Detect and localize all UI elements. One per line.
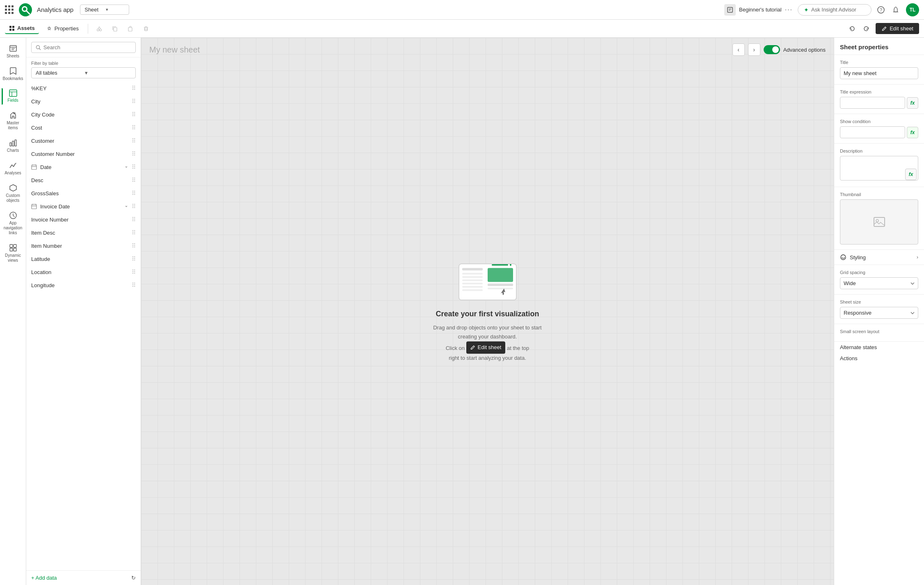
paste-button[interactable] bbox=[124, 23, 137, 35]
desc-fx-button[interactable]: fx bbox=[905, 169, 917, 180]
field-item-desc[interactable]: Desc ⠿ bbox=[26, 174, 141, 187]
assets-tab[interactable]: Assets bbox=[5, 23, 39, 34]
field-item-city-code[interactable]: City Code ⠿ bbox=[26, 108, 141, 121]
next-arrow-button[interactable]: › bbox=[748, 43, 760, 56]
field-item-date[interactable]: Date ⠿ bbox=[26, 160, 141, 174]
sheet-selector[interactable]: Sheet ▾ bbox=[80, 5, 129, 15]
svg-rect-29 bbox=[12, 141, 14, 146]
redo-button[interactable] bbox=[860, 23, 872, 35]
properties-tab[interactable]: Properties bbox=[42, 23, 83, 34]
styling-icon bbox=[840, 254, 846, 261]
cut-button[interactable] bbox=[93, 23, 105, 35]
alternate-states-item[interactable]: Alternate states bbox=[834, 342, 924, 353]
search-input[interactable] bbox=[43, 44, 131, 50]
calendar-icon bbox=[31, 164, 37, 170]
sheet-size-chevron-icon bbox=[910, 312, 915, 314]
qlik-logo[interactable] bbox=[19, 3, 32, 16]
show-cond-input[interactable] bbox=[840, 126, 905, 138]
title-input[interactable] bbox=[840, 67, 918, 79]
title-expr-input[interactable] bbox=[840, 97, 905, 109]
field-item-key[interactable]: %KEY ⠿ bbox=[26, 82, 141, 95]
toolbar: Assets Properties Edit sheet bbox=[0, 20, 924, 38]
field-name: Item Desc bbox=[31, 230, 128, 236]
copy-button[interactable] bbox=[109, 23, 121, 35]
grid-spacing-select[interactable]: Wide bbox=[840, 277, 918, 289]
filter-select[interactable]: All tables ▾ bbox=[31, 67, 136, 78]
actions-item[interactable]: Actions bbox=[834, 353, 924, 364]
svg-point-63 bbox=[841, 255, 846, 260]
prev-arrow-button[interactable]: ‹ bbox=[732, 43, 745, 56]
field-name: Latitude bbox=[31, 256, 128, 262]
advanced-toggle-switch[interactable] bbox=[764, 45, 780, 54]
chevron-down-icon: ▾ bbox=[106, 7, 125, 12]
field-item-customer-number[interactable]: Customer Number ⠿ bbox=[26, 147, 141, 160]
svg-point-2 bbox=[23, 7, 26, 11]
svg-rect-44 bbox=[32, 204, 37, 209]
thumbnail-area[interactable] bbox=[840, 199, 918, 245]
sidebar-item-sheets[interactable]: Sheets bbox=[2, 41, 25, 62]
help-icon[interactable]: ? bbox=[876, 5, 885, 14]
title-expression-section: Title expression fx bbox=[834, 85, 924, 114]
title-expr-fx-button[interactable]: fx bbox=[907, 97, 918, 109]
canvas-header: My new sheet ‹ › Advanced options bbox=[149, 43, 826, 56]
delete-button[interactable] bbox=[140, 23, 152, 35]
show-condition-section: Show condition fx bbox=[834, 114, 924, 144]
viz-illustration bbox=[455, 260, 520, 305]
sheet-properties-title: Sheet properties bbox=[840, 43, 918, 50]
sidebar-item-custom-objects[interactable]: Custom objects bbox=[2, 181, 25, 206]
drag-icon: ⠿ bbox=[132, 190, 136, 197]
sidebar-item-master-items[interactable]: Master items bbox=[2, 108, 25, 134]
add-data-label[interactable]: + Add data bbox=[31, 575, 57, 581]
sidebar-item-analyses[interactable]: Analyses bbox=[2, 158, 25, 179]
svg-rect-59 bbox=[492, 264, 508, 265]
drag-icon: ⠿ bbox=[132, 85, 136, 91]
edit-sheet-button[interactable]: Edit sheet bbox=[876, 23, 919, 34]
more-options-button[interactable]: ··· bbox=[785, 6, 793, 14]
svg-rect-40 bbox=[32, 165, 37, 169]
field-item-item-desc[interactable]: Item Desc ⠿ bbox=[26, 226, 141, 239]
sheet-title: My new sheet bbox=[149, 45, 200, 55]
notifications-icon[interactable] bbox=[891, 5, 900, 14]
field-item-latitude[interactable]: Latitude ⠿ bbox=[26, 252, 141, 265]
left-sidebar: Sheets Bookmarks Fields Master items bbox=[0, 38, 26, 585]
field-item-longitude[interactable]: Longitude ⠿ bbox=[26, 279, 141, 292]
field-item-city[interactable]: City ⠿ bbox=[26, 95, 141, 108]
click-on-text: Click on bbox=[446, 345, 465, 352]
filter-value: All tables bbox=[36, 70, 82, 76]
field-item-item-number[interactable]: Item Number ⠿ bbox=[26, 239, 141, 252]
field-item-location[interactable]: Location ⠿ bbox=[26, 265, 141, 279]
styling-label: Styling bbox=[850, 254, 866, 261]
sidebar-item-wrapper-analyses: Analyses bbox=[2, 158, 25, 179]
field-item-invoice-number[interactable]: Invoice Number ⠿ bbox=[26, 213, 141, 226]
search-wrap[interactable] bbox=[31, 42, 136, 53]
edit-sheet-inline-button[interactable]: Edit sheet bbox=[466, 342, 506, 354]
svg-point-38 bbox=[36, 45, 39, 48]
insight-advisor[interactable]: ✦ Ask Insight Advisor bbox=[798, 4, 872, 16]
sidebar-item-wrapper-bookmarks: Bookmarks bbox=[2, 64, 25, 85]
sheet-size-value: Responsive bbox=[844, 310, 909, 316]
svg-rect-10 bbox=[9, 26, 11, 28]
sidebar-item-bookmarks[interactable]: Bookmarks bbox=[2, 64, 25, 85]
sidebar-item-app-nav[interactable]: App navigation links bbox=[2, 208, 25, 239]
sidebar-item-charts[interactable]: Charts bbox=[2, 135, 25, 156]
sidebar-item-dynamic-views[interactable]: Dynamic views bbox=[2, 240, 25, 266]
app-grid-icon[interactable] bbox=[5, 5, 14, 14]
sidebar-item-wrapper-custom: Custom objects bbox=[2, 181, 25, 206]
drag-icon: ⠿ bbox=[132, 164, 136, 170]
app-nav-label: App navigation links bbox=[4, 221, 23, 235]
field-name: Cost bbox=[31, 125, 128, 131]
undo-button[interactable] bbox=[846, 23, 858, 35]
drag-icon: ⠿ bbox=[132, 256, 136, 262]
svg-rect-57 bbox=[488, 283, 513, 286]
avatar[interactable]: TL bbox=[906, 3, 919, 16]
reload-button[interactable]: ↻ bbox=[131, 575, 136, 581]
field-item-customer[interactable]: Customer ⠿ bbox=[26, 134, 141, 147]
field-name: Customer Number bbox=[31, 151, 128, 157]
field-item-invoice-date[interactable]: Invoice Date ⠿ bbox=[26, 200, 141, 213]
sidebar-item-fields[interactable]: Fields bbox=[2, 86, 25, 106]
show-cond-fx-button[interactable]: fx bbox=[907, 127, 918, 138]
styling-row[interactable]: Styling › bbox=[834, 250, 924, 265]
field-item-cost[interactable]: Cost ⠿ bbox=[26, 121, 141, 134]
field-item-gross-sales[interactable]: GrossSales ⠿ bbox=[26, 187, 141, 200]
sheet-size-select[interactable]: Responsive bbox=[840, 307, 918, 319]
